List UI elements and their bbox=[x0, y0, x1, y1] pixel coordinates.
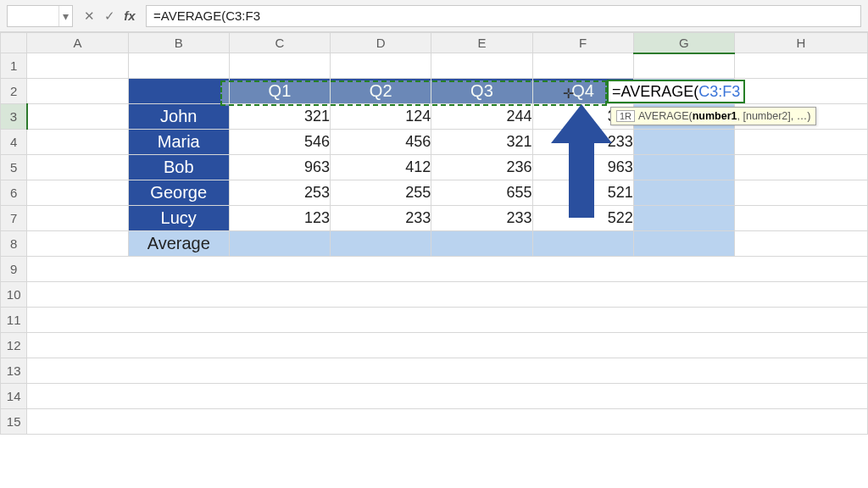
row-11-cells[interactable] bbox=[27, 308, 868, 333]
cell-editor-prefix: =AVERAGE( bbox=[612, 83, 698, 100]
row-header-11[interactable]: 11 bbox=[1, 308, 27, 333]
cell-D5[interactable]: 412 bbox=[331, 155, 431, 180]
cell-H2[interactable] bbox=[735, 79, 868, 104]
cell-E4[interactable]: 321 bbox=[431, 130, 532, 155]
cell-C6[interactable]: 253 bbox=[229, 180, 330, 206]
row-12-cells[interactable] bbox=[27, 333, 868, 358]
cell-C8[interactable] bbox=[229, 231, 330, 257]
cell-B7[interactable]: Lucy bbox=[128, 206, 229, 231]
col-header-H[interactable]: H bbox=[735, 33, 868, 53]
cell-D2[interactable]: Q2 bbox=[331, 79, 431, 104]
cell-H4[interactable] bbox=[735, 130, 868, 155]
col-header-C[interactable]: C bbox=[229, 33, 330, 53]
cell-B8[interactable]: Average bbox=[128, 231, 229, 257]
cell-D6[interactable]: 255 bbox=[331, 180, 431, 206]
row-header-2[interactable]: 2 bbox=[1, 79, 27, 104]
cell-G4[interactable] bbox=[633, 130, 734, 155]
annotation-arrow-icon bbox=[551, 104, 612, 218]
row-header-9[interactable]: 9 bbox=[1, 257, 27, 282]
cell-A6[interactable] bbox=[27, 180, 128, 206]
cell-A3[interactable] bbox=[27, 104, 128, 130]
row-header-14[interactable]: 14 bbox=[1, 384, 27, 409]
formula-bar-input[interactable]: =AVERAGE(C3:F3 bbox=[146, 5, 861, 27]
row-header-4[interactable]: 4 bbox=[1, 130, 27, 155]
cell-F1[interactable] bbox=[532, 53, 633, 79]
cell-F8[interactable] bbox=[532, 231, 633, 257]
cell-A8[interactable] bbox=[27, 231, 128, 257]
cell-H7[interactable] bbox=[735, 206, 868, 231]
cell-B1[interactable] bbox=[128, 53, 229, 79]
cell-E7[interactable]: 233 bbox=[431, 206, 532, 231]
col-header-E[interactable]: E bbox=[431, 33, 532, 53]
cell-editor-ref: C3:F3 bbox=[698, 83, 740, 100]
row-header-12[interactable]: 12 bbox=[1, 333, 27, 358]
tooltip-arg-bold: number1 bbox=[693, 110, 737, 122]
row-13-cells[interactable] bbox=[27, 358, 868, 384]
row-header-3[interactable]: 3 bbox=[1, 104, 27, 130]
cell-C7[interactable]: 123 bbox=[229, 206, 330, 231]
cell-D1[interactable] bbox=[331, 53, 431, 79]
cell-A7[interactable] bbox=[27, 206, 128, 231]
formula-bar-area: ▾ ✕ ✓ fx =AVERAGE(C3:F3 bbox=[0, 0, 868, 32]
cell-editor[interactable]: =AVERAGE(C3:F3 bbox=[607, 80, 745, 103]
cell-D3[interactable]: 124 bbox=[331, 104, 431, 130]
row-10-cells[interactable] bbox=[27, 282, 868, 308]
cell-A2[interactable] bbox=[27, 79, 128, 104]
name-box-dropdown-icon[interactable]: ▾ bbox=[58, 6, 72, 26]
cell-D7[interactable]: 233 bbox=[331, 206, 431, 231]
cell-C4[interactable]: 546 bbox=[229, 130, 330, 155]
row-header-1[interactable]: 1 bbox=[1, 53, 27, 79]
row-header-6[interactable]: 6 bbox=[1, 180, 27, 206]
col-header-F[interactable]: F bbox=[532, 33, 633, 53]
row-header-10[interactable]: 10 bbox=[1, 282, 27, 308]
cell-A5[interactable] bbox=[27, 155, 128, 180]
cell-E3[interactable]: 244 bbox=[431, 104, 532, 130]
col-header-D[interactable]: D bbox=[331, 33, 431, 53]
cell-A1[interactable] bbox=[27, 53, 128, 79]
cell-A4[interactable] bbox=[27, 130, 128, 155]
cell-D8[interactable] bbox=[331, 231, 431, 257]
cell-B4[interactable]: Maria bbox=[128, 130, 229, 155]
cell-E6[interactable]: 655 bbox=[431, 180, 532, 206]
cell-B3[interactable]: John bbox=[128, 104, 229, 130]
row-15-cells[interactable] bbox=[27, 409, 868, 435]
row-header-5[interactable]: 5 bbox=[1, 155, 27, 180]
row-header-13[interactable]: 13 bbox=[1, 358, 27, 384]
cell-E8[interactable] bbox=[431, 231, 532, 257]
cancel-icon[interactable]: ✕ bbox=[81, 8, 97, 24]
cell-H8[interactable] bbox=[735, 231, 868, 257]
cell-D4[interactable]: 456 bbox=[331, 130, 431, 155]
tooltip-sig: AVERAGE( bbox=[638, 110, 693, 122]
cell-C2[interactable]: Q1 bbox=[229, 79, 330, 104]
cell-G5[interactable] bbox=[633, 155, 734, 180]
col-header-G[interactable]: G bbox=[633, 33, 734, 53]
cell-G1[interactable] bbox=[633, 53, 734, 79]
cell-B2[interactable] bbox=[128, 79, 229, 104]
cell-E5[interactable]: 236 bbox=[431, 155, 532, 180]
fx-icon[interactable]: fx bbox=[122, 8, 137, 23]
cell-H5[interactable] bbox=[735, 155, 868, 180]
confirm-icon[interactable]: ✓ bbox=[102, 8, 117, 24]
cell-C1[interactable] bbox=[229, 53, 330, 79]
name-box[interactable]: ▾ bbox=[7, 5, 73, 27]
cell-B6[interactable]: George bbox=[128, 180, 229, 206]
spreadsheet-grid[interactable]: A B C D E F G H 1 2 Q1 Q2 Q3 Q4 Average … bbox=[0, 32, 868, 488]
row-9-cells[interactable] bbox=[27, 257, 868, 282]
row-header-8[interactable]: 8 bbox=[1, 231, 27, 257]
cell-C5[interactable]: 963 bbox=[229, 155, 330, 180]
cell-C3[interactable]: 321 bbox=[229, 104, 330, 130]
cell-E1[interactable] bbox=[431, 53, 532, 79]
cell-H6[interactable] bbox=[735, 180, 868, 206]
select-all-corner[interactable] bbox=[1, 33, 27, 53]
row-14-cells[interactable] bbox=[27, 384, 868, 409]
cell-G7[interactable] bbox=[633, 206, 734, 231]
cell-G8[interactable] bbox=[633, 231, 734, 257]
row-header-15[interactable]: 15 bbox=[1, 409, 27, 435]
row-header-7[interactable]: 7 bbox=[1, 206, 27, 231]
col-header-B[interactable]: B bbox=[128, 33, 229, 53]
cell-B5[interactable]: Bob bbox=[128, 155, 229, 180]
col-header-A[interactable]: A bbox=[27, 33, 128, 53]
cell-H1[interactable] bbox=[735, 53, 868, 79]
cell-E2[interactable]: Q3 bbox=[431, 79, 532, 104]
cell-G6[interactable] bbox=[633, 180, 734, 206]
